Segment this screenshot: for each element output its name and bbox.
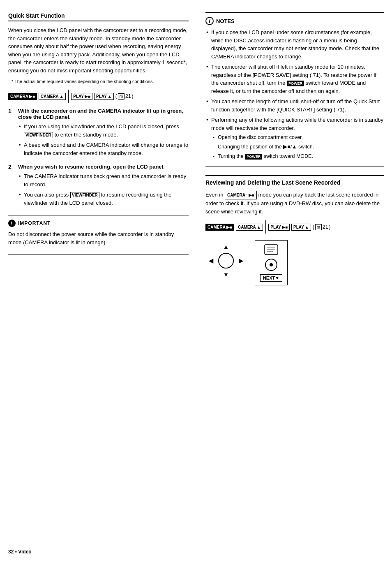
play-badge4-label: PLAY [293, 225, 304, 229]
left-section-title: Quick Start Function [8, 12, 189, 21]
step1-bullets: If you are using the viewfinder and the … [18, 123, 189, 157]
page-ref2-box: m [315, 224, 322, 230]
page-ref1-box: m [118, 93, 125, 100]
note3: You can select the length of time until … [205, 97, 384, 113]
right-body2: Even in CAMERA · ▶■ mode you can play ba… [205, 191, 384, 215]
camera-badge-inactive1-sub: ▲ [60, 94, 64, 99]
step2-bullet2: You can also press VIEWFINDER to resume … [18, 191, 189, 207]
page-ref2-num: 21 [323, 224, 328, 230]
step2-content: When you wish to resume recording, open … [18, 164, 189, 209]
camera-badge-inactive1-label: CAMERA [41, 94, 59, 99]
play-badge1-label: PLAY [73, 94, 84, 99]
step1-bullet2: A beep will sound and the CAMERA indicat… [18, 141, 189, 157]
play-badge1: PLAY ▶■ [71, 93, 92, 100]
note4-sub3: Turning the POWER switch toward MODE. [211, 153, 384, 160]
viewfinder-badge1: VIEWFINDER [24, 132, 53, 138]
play-badge2-label: PLAY [96, 94, 107, 99]
disc-center [270, 263, 273, 266]
camera-badge-active2: CAMERA ▶■ [205, 224, 234, 231]
notes-header-text: NOTES [216, 18, 235, 24]
left-column: Quick Start Function When you close the … [8, 12, 197, 555]
camera-badge-inactive2: CAMERA ▲ [236, 224, 263, 231]
page-ref1-num: 21 [125, 93, 131, 99]
badge-divider2 [265, 220, 266, 234]
note4-sub1: Opening the disc compartment cover. [211, 134, 384, 141]
right-column: i NOTES If you close the LCD panel under… [197, 12, 384, 555]
step2-bullet2a: You can also press [24, 192, 69, 198]
disc-shape [265, 259, 277, 271]
important-icon: ! [8, 220, 16, 227]
camera-badge-inactive1: CAMERA ▲ [39, 93, 66, 100]
dpad-control: ▲ ▼ ◀ ▶ [205, 240, 247, 281]
right-section-title-text: Reviewing and Deleting the Last Scene Re… [205, 179, 340, 186]
notes-list: If you close the LCD panel under some ci… [205, 28, 384, 160]
nav-controls-illustration: ▲ ▼ ◀ ▶ [205, 240, 384, 285]
important-header: ! IMPORTANT [8, 220, 189, 227]
note4-sub2: Changing the position of the ▶■/▲ switch… [211, 143, 384, 151]
notes-header: i NOTES [205, 17, 384, 25]
mode-badges-row2: CAMERA ▶■ CAMERA ▲ PLAY ▶■ PLAY ▲ (m 21) [205, 220, 384, 234]
next-button[interactable]: NEXT▼ [260, 274, 282, 282]
notes-icon: i [205, 17, 214, 25]
note1: If you close the LCD panel under some ci… [205, 28, 384, 60]
page-ref1: (m 21) [115, 93, 134, 100]
step1-bullet1b-text: to enter the standby mode. [54, 132, 118, 138]
step1-bullet1: If you are using the viewfinder and the … [18, 123, 189, 139]
page-ref2: (m 21) [313, 224, 331, 230]
power-badge1: POWER [287, 81, 304, 86]
panel-icon-svg [264, 244, 279, 255]
play-badge4-sub: ▲ [305, 225, 309, 229]
play-badge3-sub: ▶■ [282, 225, 288, 229]
camera-badge-active2-label: CAMERA [208, 225, 226, 229]
footnote: * The actual time required varies depend… [8, 79, 189, 85]
play-badge3-label: PLAY [270, 225, 281, 229]
note4-sublist: Opening the disc compartment cover. Chan… [211, 134, 384, 160]
step2-number: 2 [8, 164, 15, 209]
play-badge1-sub: ▶■ [85, 94, 90, 99]
step2: 2 When you wish to resume recording, ope… [8, 164, 189, 209]
note4-sub3-text: Turning the [218, 153, 244, 159]
note2: The camcorder will shut off if left in s… [205, 63, 384, 95]
dpad-left-arrow: ◀ [209, 257, 213, 264]
step1: 1 With the camcorder on and the CAMERA i… [8, 108, 189, 160]
important-text: Do not disconnect the power source while… [8, 230, 189, 246]
step1-number: 1 [8, 108, 15, 160]
power-badge2: POWER [245, 154, 262, 160]
page-footer: 32 • Video [8, 549, 32, 555]
dpad-right-arrow: ▶ [239, 257, 243, 264]
right-section-title: Reviewing and Deleting the Last Scene Re… [205, 175, 384, 186]
step1-title: With the camcorder on and the CAMERA ind… [18, 108, 189, 120]
step2-bullet1: The CAMERA indicator turns back green an… [18, 172, 189, 188]
camera-badge-active1: CAMERA ▶■ [8, 93, 37, 100]
important-box: ! IMPORTANT Do not disconnect the power … [8, 215, 189, 255]
camera-badge-inactive2-label: CAMERA [238, 225, 256, 229]
viewfinder-badge2: VIEWFINDER [70, 192, 99, 198]
play-badge2-sub: ▲ [108, 94, 112, 99]
small-icons [264, 244, 279, 255]
svg-rect-0 [265, 245, 278, 255]
side-panel-icons: NEXT▼ [255, 240, 288, 285]
dpad-down-arrow: ▼ [223, 271, 229, 278]
note4-sub3b-text: switch toward MODE. [264, 153, 313, 159]
camera-badge-inactive2-sub: ▲ [257, 225, 261, 229]
play-badge3: PLAY ▶■ [268, 224, 290, 231]
camera-mode-badge: CAMERA · ▶■ [225, 191, 257, 199]
mode-badges-row1: CAMERA ▶■ CAMERA ▲ PLAY ▶■ PLAY ▲ (m 21) [8, 90, 189, 103]
note4-text: Performing any of the following actions … [211, 117, 383, 131]
camera-badge-active1-sub: ▶■ [29, 94, 35, 99]
camera-badge-active2-sub: ▶■ [226, 225, 232, 229]
badge-divider1 [68, 90, 69, 103]
step2-bullets: The CAMERA indicator turns back green an… [18, 172, 189, 207]
dpad-center [218, 253, 234, 268]
right-body2a: Even in [205, 192, 223, 198]
step1-bullet1-text: If you are using the viewfinder and the … [24, 123, 179, 130]
step2-title: When you wish to resume recording, open … [18, 164, 189, 170]
play-badge2: PLAY ▲ [94, 93, 114, 100]
left-body1: When you close the LCD panel with the ca… [8, 26, 189, 74]
camera-badge-active1-label: CAMERA [10, 94, 28, 99]
note4: Performing any of the following actions … [205, 116, 384, 160]
notes-box: i NOTES If you close the LCD panel under… [205, 12, 384, 167]
dpad-up-arrow: ▲ [223, 243, 229, 250]
disc-icon-panel [265, 259, 277, 271]
step1-content: With the camcorder on and the CAMERA ind… [18, 108, 189, 160]
